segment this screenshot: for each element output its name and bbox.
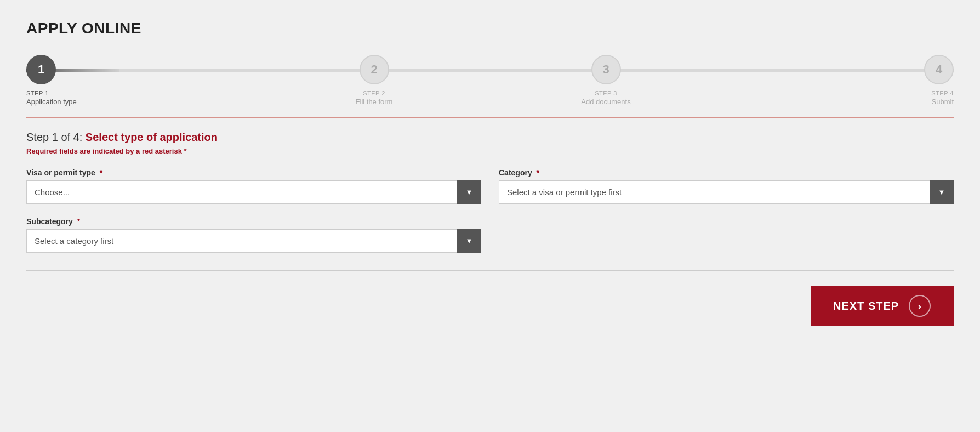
stepper-item-3: 3 STEP 3 Add documents bbox=[490, 55, 722, 106]
step-circle-4: 4 bbox=[924, 55, 954, 84]
visa-type-select[interactable]: Choose... bbox=[26, 180, 481, 204]
top-divider bbox=[26, 117, 954, 118]
form-row-2: Subcategory * Select a category first bbox=[26, 217, 954, 253]
category-select[interactable]: Select a visa or permit type first bbox=[499, 180, 954, 204]
step-4-label-top: STEP 4 bbox=[931, 90, 954, 96]
bottom-divider bbox=[26, 270, 954, 271]
next-arrow-icon: › bbox=[909, 295, 931, 317]
subcategory-label: Subcategory * bbox=[26, 217, 481, 226]
stepper-item-2: 2 STEP 2 Fill the form bbox=[258, 55, 490, 106]
section-title: Step 1 of 4: Select type of application bbox=[26, 131, 954, 144]
step-1-label-top: STEP 1 bbox=[26, 90, 49, 96]
stepper-item-4: 4 STEP 4 Submit bbox=[722, 55, 954, 106]
step-circle-1: 1 bbox=[26, 55, 56, 84]
category-group: Category * Select a visa or permit type … bbox=[499, 168, 954, 204]
step-circle-3: 3 bbox=[591, 55, 621, 84]
stepper-items: 1 STEP 1 Application type 2 STEP 2 Fill … bbox=[26, 55, 954, 106]
subcategory-select[interactable]: Select a category first bbox=[26, 229, 481, 253]
visa-type-select-wrapper: Choose... bbox=[26, 180, 481, 204]
form-row-1: Visa or permit type * Choose... Category… bbox=[26, 168, 954, 204]
next-step-button[interactable]: NEXT STEP › bbox=[811, 286, 954, 326]
visa-type-group: Visa or permit type * Choose... bbox=[26, 168, 481, 204]
page-container: APPLY ONLINE 1 STEP 1 Application type 2… bbox=[0, 0, 980, 432]
button-row: NEXT STEP › bbox=[26, 286, 954, 326]
stepper: 1 STEP 1 Application type 2 STEP 2 Fill … bbox=[26, 55, 954, 106]
step-4-label-bottom: Submit bbox=[932, 98, 954, 106]
step-circle-2: 2 bbox=[360, 55, 389, 84]
step-2-label-bottom: Fill the form bbox=[356, 98, 393, 106]
stepper-item-1: 1 STEP 1 Application type bbox=[26, 55, 258, 106]
step-2-label-top: STEP 2 bbox=[363, 90, 385, 96]
category-select-wrapper: Select a visa or permit type first bbox=[499, 180, 954, 204]
visa-type-label: Visa or permit type * bbox=[26, 168, 481, 177]
subcategory-select-wrapper: Select a category first bbox=[26, 229, 481, 253]
required-note: Required fields are indicated by a red a… bbox=[26, 147, 954, 155]
subcategory-group: Subcategory * Select a category first bbox=[26, 217, 481, 253]
step-3-label-top: STEP 3 bbox=[595, 90, 617, 96]
step-3-label-bottom: Add documents bbox=[581, 98, 630, 106]
step-1-label-bottom: Application type bbox=[26, 98, 77, 106]
category-label: Category * bbox=[499, 168, 954, 177]
page-title: APPLY ONLINE bbox=[26, 20, 954, 37]
